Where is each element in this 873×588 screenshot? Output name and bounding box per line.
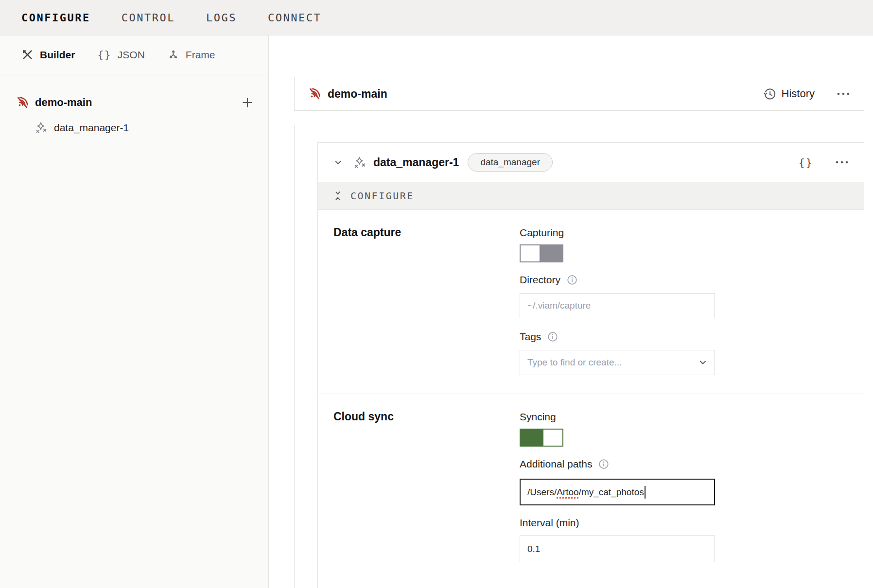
additional-paths-info-icon[interactable]: [598, 458, 610, 470]
history-button-label: History: [782, 87, 815, 100]
add-component-button[interactable]: [240, 95, 255, 110]
subtab-builder-label: Builder: [40, 49, 75, 61]
syncing-label: Syncing: [520, 410, 715, 423]
history-button[interactable]: History: [763, 87, 815, 101]
capturing-label: Capturing: [520, 226, 715, 239]
path-misspelled-text: Artoo: [557, 487, 578, 498]
offline-signal-icon: [308, 87, 321, 101]
machine-part-name: demo-main: [35, 96, 92, 109]
component-menu-button[interactable]: [835, 160, 849, 165]
top-nav: CONFIGURE CONTROL LOGS CONNECT: [0, 0, 873, 35]
data-capture-section: Data capture Capturing Directory Ta: [318, 210, 864, 394]
sparkle-service-icon: [35, 121, 48, 134]
tab-connect[interactable]: CONNECT: [268, 12, 321, 24]
part-card-title: demo-main: [328, 87, 387, 101]
interval-input[interactable]: [520, 536, 715, 562]
component-json-button[interactable]: {}: [799, 156, 814, 169]
cloud-sync-heading: Cloud sync: [333, 410, 520, 562]
tags-label: Tags: [520, 330, 541, 343]
part-menu-button[interactable]: [836, 91, 851, 96]
tab-control[interactable]: CONTROL: [122, 12, 175, 24]
component-card-title: data_manager-1: [373, 156, 459, 169]
toggle-knob: [520, 244, 541, 262]
tree-item-data-manager[interactable]: data_manager-1: [0, 116, 268, 139]
config-sidebar: Builder {} JSON Frame: [0, 35, 269, 588]
interval-label: Interval (min): [520, 516, 715, 529]
tab-configure[interactable]: CONFIGURE: [21, 12, 90, 24]
additional-paths-label: Additional paths: [520, 457, 592, 470]
path-text: /Users/: [527, 487, 557, 498]
tab-logs[interactable]: LOGS: [206, 12, 237, 24]
syncing-toggle[interactable]: [520, 429, 563, 447]
offline-signal-icon: [16, 96, 29, 109]
history-clock-icon: [763, 87, 776, 101]
subtab-frame-label: Frame: [186, 49, 215, 61]
subtab-frame[interactable]: Frame: [167, 49, 215, 61]
collapse-vertical-icon: [332, 190, 343, 201]
json-braces-icon: {}: [97, 49, 111, 61]
frame-axes-icon: [167, 49, 179, 61]
subtab-json[interactable]: {} JSON: [97, 49, 145, 61]
sparkle-service-icon: [353, 156, 367, 169]
part-indent-guide: [294, 125, 295, 588]
configure-section-bar[interactable]: CONFIGURE: [318, 182, 864, 210]
tree-item-machine-part[interactable]: demo-main: [0, 91, 268, 114]
directory-info-icon[interactable]: [566, 274, 578, 286]
component-tree-label: data_manager-1: [54, 122, 129, 134]
builder-tools-icon: [21, 49, 34, 61]
data-manager-card: data_manager-1 data_manager {} CONFIGURE…: [317, 142, 864, 588]
toggle-knob: [542, 429, 563, 447]
collapse-chevron-icon[interactable]: [332, 157, 344, 168]
component-type-badge: data_manager: [468, 153, 553, 172]
capturing-toggle[interactable]: [520, 244, 563, 262]
machine-part-tree: demo-main data_manager-1: [0, 74, 268, 139]
configure-section-label: CONFIGURE: [350, 190, 414, 202]
subtab-json-label: JSON: [118, 49, 145, 61]
tags-info-icon[interactable]: [547, 331, 559, 343]
component-card-header: data_manager-1 data_manager {}: [318, 143, 864, 182]
data-capture-heading: Data capture: [333, 226, 520, 375]
cloud-sync-section: Cloud sync Syncing Additional paths /Use…: [318, 394, 864, 581]
subtab-builder[interactable]: Builder: [21, 49, 75, 61]
machine-part-card: demo-main History: [294, 77, 864, 111]
path-text: /my_cat_photos: [579, 487, 644, 498]
directory-input[interactable]: [520, 293, 715, 318]
text-cursor: [645, 486, 646, 499]
config-main-area: demo-main History: [269, 35, 873, 588]
additional-paths-input[interactable]: /Users/Artoo/my_cat_photos: [520, 479, 715, 505]
directory-label: Directory: [520, 273, 560, 286]
tags-combobox[interactable]: [520, 350, 715, 375]
config-mode-tabs: Builder {} JSON Frame: [0, 35, 268, 74]
